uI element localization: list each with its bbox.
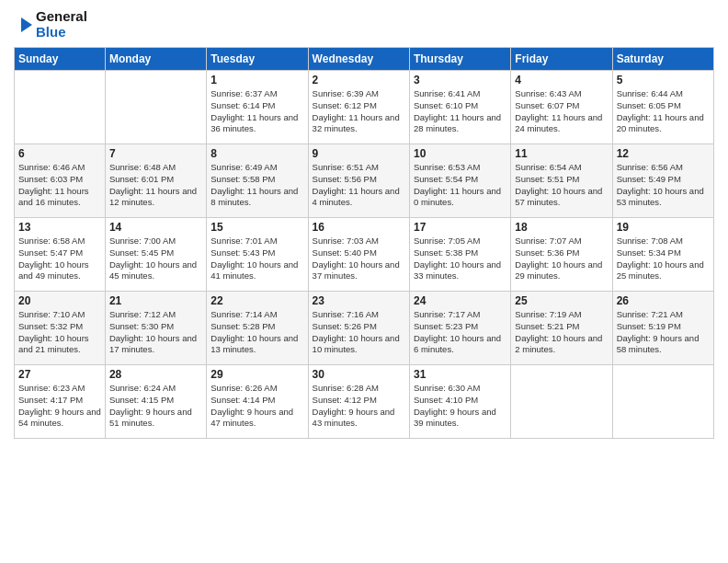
day-number: 11	[515, 147, 608, 160]
cell-w4d5: 24Sunrise: 7:17 AM Sunset: 5:23 PM Dayli…	[409, 292, 510, 365]
cell-content: Sunrise: 6:58 AM Sunset: 5:47 PM Dayligh…	[18, 236, 101, 282]
col-header-tuesday: Tuesday	[207, 48, 308, 71]
cell-content: Sunrise: 7:10 AM Sunset: 5:32 PM Dayligh…	[18, 309, 101, 356]
cell-content: Sunrise: 7:21 AM Sunset: 5:19 PM Dayligh…	[617, 309, 710, 356]
col-header-friday: Friday	[511, 48, 612, 71]
day-number: 3	[414, 74, 506, 86]
cell-w5d5: 31Sunrise: 6:30 AM Sunset: 4:10 PM Dayli…	[409, 365, 510, 439]
cell-content: Sunrise: 7:00 AM Sunset: 5:45 PM Dayligh…	[109, 236, 202, 282]
cell-w5d2: 28Sunrise: 6:24 AM Sunset: 4:15 PM Dayli…	[105, 365, 206, 439]
cell-w4d2: 21Sunrise: 7:12 AM Sunset: 5:30 PM Dayli…	[105, 292, 206, 365]
page: General Blue General Blue SundayMondayTu…	[0, 0, 728, 448]
cell-w2d6: 11Sunrise: 6:54 AM Sunset: 5:51 PM Dayli…	[511, 144, 612, 218]
cell-w3d3: 15Sunrise: 7:01 AM Sunset: 5:43 PM Dayli…	[207, 218, 308, 292]
cell-w3d6: 18Sunrise: 7:07 AM Sunset: 5:36 PM Dayli…	[511, 218, 612, 292]
day-number: 22	[210, 294, 303, 307]
day-number: 19	[617, 221, 710, 234]
col-header-thursday: Thursday	[409, 48, 510, 71]
day-number: 4	[515, 74, 608, 86]
day-number: 10	[414, 147, 506, 160]
cell-w2d7: 12Sunrise: 6:56 AM Sunset: 5:49 PM Dayli…	[612, 144, 713, 218]
cell-content: Sunrise: 6:51 AM Sunset: 5:56 PM Dayligh…	[313, 162, 405, 209]
day-number: 31	[414, 368, 506, 381]
svg-marker-3	[21, 17, 32, 32]
cell-content: Sunrise: 6:37 AM Sunset: 6:14 PM Dayligh…	[210, 88, 303, 135]
cell-content: Sunrise: 7:14 AM Sunset: 5:28 PM Dayligh…	[210, 309, 303, 356]
cell-w1d3: 1Sunrise: 6:37 AM Sunset: 6:14 PM Daylig…	[207, 71, 308, 144]
cell-w4d4: 23Sunrise: 7:16 AM Sunset: 5:26 PM Dayli…	[308, 292, 409, 365]
cell-w1d2	[105, 71, 206, 144]
col-header-sunday: Sunday	[15, 48, 106, 71]
cell-w2d3: 8Sunrise: 6:49 AM Sunset: 5:58 PM Daylig…	[207, 144, 308, 218]
cell-w1d5: 3Sunrise: 6:41 AM Sunset: 6:10 PM Daylig…	[409, 71, 510, 144]
cell-content: Sunrise: 6:23 AM Sunset: 4:17 PM Dayligh…	[18, 383, 101, 430]
cell-content: Sunrise: 6:44 AM Sunset: 6:05 PM Dayligh…	[617, 88, 710, 135]
cell-w5d6	[511, 365, 612, 439]
cell-content: Sunrise: 6:53 AM Sunset: 5:54 PM Dayligh…	[414, 162, 506, 209]
cell-content: Sunrise: 6:56 AM Sunset: 5:49 PM Dayligh…	[617, 162, 710, 209]
day-number: 29	[210, 368, 303, 381]
day-number: 23	[313, 294, 405, 307]
cell-content: Sunrise: 6:41 AM Sunset: 6:10 PM Dayligh…	[414, 88, 506, 135]
cell-w5d3: 29Sunrise: 6:26 AM Sunset: 4:14 PM Dayli…	[207, 365, 308, 439]
cell-content: Sunrise: 6:28 AM Sunset: 4:12 PM Dayligh…	[313, 383, 405, 430]
cell-w5d7	[612, 365, 713, 439]
day-number: 20	[18, 294, 101, 307]
cell-w4d7: 26Sunrise: 7:21 AM Sunset: 5:19 PM Dayli…	[612, 292, 713, 365]
day-number: 7	[109, 147, 202, 160]
cell-w4d1: 20Sunrise: 7:10 AM Sunset: 5:32 PM Dayli…	[15, 292, 106, 365]
day-number: 14	[109, 221, 202, 234]
week-row-5: 27Sunrise: 6:23 AM Sunset: 4:17 PM Dayli…	[15, 365, 714, 439]
cell-content: Sunrise: 6:39 AM Sunset: 6:12 PM Dayligh…	[313, 88, 405, 135]
cell-w1d1	[15, 71, 106, 144]
col-header-saturday: Saturday	[612, 48, 713, 71]
cell-content: Sunrise: 6:24 AM Sunset: 4:15 PM Dayligh…	[109, 383, 202, 430]
day-number: 26	[617, 294, 710, 307]
cell-content: Sunrise: 7:08 AM Sunset: 5:34 PM Dayligh…	[617, 236, 710, 282]
col-header-monday: Monday	[105, 48, 206, 71]
day-number: 27	[18, 368, 101, 381]
day-number: 25	[515, 294, 608, 307]
day-number: 1	[210, 74, 303, 86]
cell-w3d1: 13Sunrise: 6:58 AM Sunset: 5:47 PM Dayli…	[15, 218, 106, 292]
day-number: 18	[515, 221, 608, 234]
cell-w2d2: 7Sunrise: 6:48 AM Sunset: 6:01 PM Daylig…	[105, 144, 206, 218]
col-header-wednesday: Wednesday	[308, 48, 409, 71]
cell-w3d7: 19Sunrise: 7:08 AM Sunset: 5:34 PM Dayli…	[612, 218, 713, 292]
header: General Blue General Blue	[14, 9, 714, 40]
cell-content: Sunrise: 7:01 AM Sunset: 5:43 PM Dayligh…	[210, 236, 303, 282]
cell-content: Sunrise: 7:19 AM Sunset: 5:21 PM Dayligh…	[515, 309, 608, 356]
cell-content: Sunrise: 7:12 AM Sunset: 5:30 PM Dayligh…	[109, 309, 202, 356]
day-number: 5	[617, 74, 710, 86]
cell-w5d1: 27Sunrise: 6:23 AM Sunset: 4:17 PM Dayli…	[15, 365, 106, 439]
cell-content: Sunrise: 6:26 AM Sunset: 4:14 PM Dayligh…	[210, 383, 303, 430]
cell-content: Sunrise: 7:03 AM Sunset: 5:40 PM Dayligh…	[313, 236, 405, 282]
calendar-table: SundayMondayTuesdayWednesdayThursdayFrid…	[14, 47, 714, 439]
cell-w2d4: 9Sunrise: 6:51 AM Sunset: 5:56 PM Daylig…	[308, 144, 409, 218]
day-number: 16	[313, 221, 405, 234]
logo: General Blue General Blue	[14, 9, 87, 40]
cell-w3d5: 17Sunrise: 7:05 AM Sunset: 5:38 PM Dayli…	[409, 218, 510, 292]
week-row-3: 13Sunrise: 6:58 AM Sunset: 5:47 PM Dayli…	[15, 218, 714, 292]
cell-content: Sunrise: 6:46 AM Sunset: 6:03 PM Dayligh…	[18, 162, 101, 209]
cell-content: Sunrise: 6:48 AM Sunset: 6:01 PM Dayligh…	[109, 162, 202, 209]
day-number: 2	[313, 74, 405, 86]
cell-w5d4: 30Sunrise: 6:28 AM Sunset: 4:12 PM Dayli…	[308, 365, 409, 439]
day-number: 28	[109, 368, 202, 381]
day-number: 12	[617, 147, 710, 160]
cell-content: Sunrise: 6:49 AM Sunset: 5:58 PM Dayligh…	[210, 162, 303, 209]
cell-w1d6: 4Sunrise: 6:43 AM Sunset: 6:07 PM Daylig…	[511, 71, 612, 144]
cell-w1d7: 5Sunrise: 6:44 AM Sunset: 6:05 PM Daylig…	[612, 71, 713, 144]
cell-content: Sunrise: 7:17 AM Sunset: 5:23 PM Dayligh…	[414, 309, 506, 356]
cell-w4d3: 22Sunrise: 7:14 AM Sunset: 5:28 PM Dayli…	[207, 292, 308, 365]
cell-content: Sunrise: 6:43 AM Sunset: 6:07 PM Dayligh…	[515, 88, 608, 135]
day-number: 30	[313, 368, 405, 381]
arrow-icon	[14, 16, 32, 34]
cell-w1d4: 2Sunrise: 6:39 AM Sunset: 6:12 PM Daylig…	[308, 71, 409, 144]
week-row-4: 20Sunrise: 7:10 AM Sunset: 5:32 PM Dayli…	[15, 292, 714, 365]
cell-w2d5: 10Sunrise: 6:53 AM Sunset: 5:54 PM Dayli…	[409, 144, 510, 218]
cell-w3d2: 14Sunrise: 7:00 AM Sunset: 5:45 PM Dayli…	[105, 218, 206, 292]
logo-text: General Blue	[36, 9, 87, 40]
cell-content: Sunrise: 7:07 AM Sunset: 5:36 PM Dayligh…	[515, 236, 608, 282]
cell-w3d4: 16Sunrise: 7:03 AM Sunset: 5:40 PM Dayli…	[308, 218, 409, 292]
